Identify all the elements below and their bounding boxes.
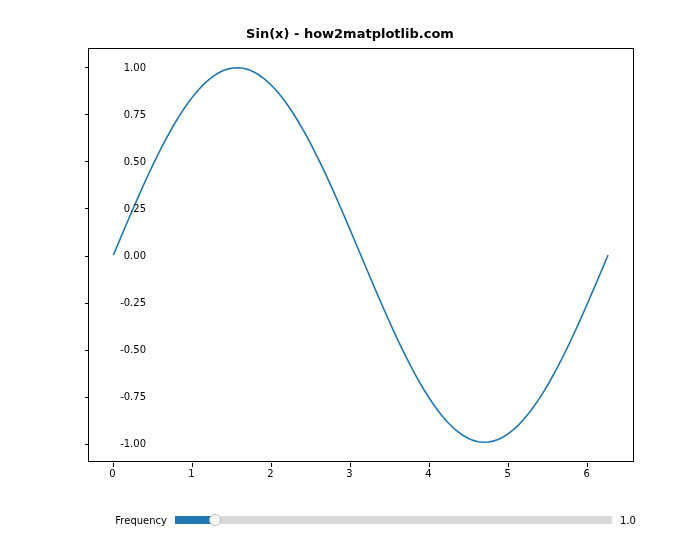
x-tick-mark [508,463,509,467]
x-tick-label: 0 [109,468,115,479]
figure: Sin(x) - how2matplotlib.com 0123456 -1.0… [0,0,700,560]
y-tick-label: -0.25 [106,297,146,308]
x-tick-mark [113,463,114,467]
y-tick-mark [85,303,89,304]
y-tick-mark [85,114,89,115]
y-tick-label: 1.00 [106,61,146,72]
y-tick-label: 0.25 [106,202,146,213]
y-tick-mark [85,67,89,68]
x-tick-mark [429,463,430,467]
x-tick-label: 2 [267,468,273,479]
y-tick-label: -0.50 [106,344,146,355]
y-tick-mark [85,350,89,351]
y-tick-mark [85,161,89,162]
y-tick-label: 0.50 [106,155,146,166]
x-tick-label: 5 [504,468,510,479]
frequency-slider[interactable]: Frequency 1.0 [175,510,612,530]
y-tick-mark [85,397,89,398]
x-tick-mark [271,463,272,467]
y-tick-label: 0.75 [106,108,146,119]
frequency-slider-label: Frequency [115,515,167,526]
x-tick-mark [587,463,588,467]
frequency-slider-value: 1.0 [620,515,636,526]
plot-area [89,49,633,461]
frequency-slider-handle[interactable] [209,514,221,526]
x-tick-mark [192,463,193,467]
x-tick-label: 4 [425,468,431,479]
y-tick-mark [85,444,89,445]
series-line-sinx [113,68,608,443]
y-tick-mark [85,208,89,209]
y-tick-label: -0.75 [106,391,146,402]
y-tick-mark [85,256,89,257]
y-tick-label: -1.00 [106,438,146,449]
x-tick-mark [350,463,351,467]
plot-axes [88,48,634,462]
x-tick-label: 1 [188,468,194,479]
y-tick-label: 0.00 [106,250,146,261]
x-tick-label: 3 [346,468,352,479]
chart-title: Sin(x) - how2matplotlib.com [0,26,700,41]
x-tick-label: 6 [583,468,589,479]
frequency-slider-track[interactable] [175,516,612,524]
